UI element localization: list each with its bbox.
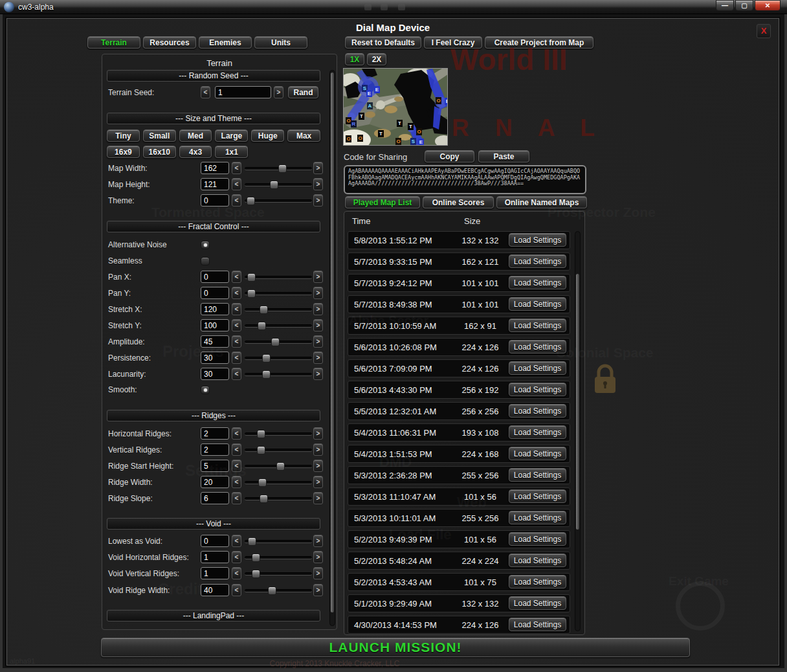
slider-track-theme[interactable] <box>245 199 312 203</box>
title-bar[interactable]: cw3-alpha — ▢ ✕ <box>0 0 787 14</box>
slider-track-void-horizontal-ridges[interactable] <box>245 556 312 559</box>
slider-handle-horizontal-ridges[interactable] <box>257 430 265 438</box>
dialog-close-button[interactable]: X <box>757 24 771 38</box>
value-input-void-horizontal-ridges[interactable] <box>201 551 229 563</box>
increment-button-void-ridge-width[interactable]: > <box>313 584 323 596</box>
preset-button-16x9[interactable]: 16x9 <box>107 146 140 158</box>
slider-track-lacunarity[interactable] <box>245 373 312 376</box>
launch-mission-button[interactable]: LAUNCH MISSION! <box>101 638 690 657</box>
value-input-lacunarity[interactable] <box>201 368 229 380</box>
list-tab-online-named-maps[interactable]: Online Named Maps <box>496 196 587 208</box>
load-settings-button[interactable]: Load Settings <box>509 254 566 268</box>
preset-button-small[interactable]: Small <box>143 129 176 142</box>
slider-handle-map-width[interactable] <box>278 164 287 173</box>
zoom-2x[interactable]: 2X <box>367 53 386 65</box>
value-input-persistence[interactable] <box>201 352 229 364</box>
preset-button-max[interactable]: Max <box>287 129 320 142</box>
load-settings-button[interactable]: Load Settings <box>509 554 566 567</box>
load-settings-button[interactable]: Load Settings <box>509 575 566 588</box>
value-input-pan-x[interactable] <box>201 271 229 283</box>
tab-units[interactable]: Units <box>254 36 307 49</box>
value-input-stretch-x[interactable] <box>201 303 229 315</box>
load-settings-button[interactable]: Load Settings <box>509 425 566 439</box>
seed-increment-button[interactable]: > <box>274 86 283 98</box>
slider-track-vertical-ridges[interactable] <box>245 449 312 452</box>
value-input-horizontal-ridges[interactable] <box>201 427 229 440</box>
decrement-button-lacunarity[interactable]: < <box>232 368 241 380</box>
preset-button-tiny[interactable]: Tiny <box>107 129 140 142</box>
increment-button-ridge-start-height[interactable]: > <box>313 460 323 472</box>
preset-button-1x1[interactable]: 1x1 <box>215 146 248 158</box>
decrement-button-void-vertical-ridges[interactable]: < <box>232 567 241 579</box>
load-settings-button[interactable]: Load Settings <box>509 618 566 631</box>
decrement-button-pan-y[interactable]: < <box>232 287 241 299</box>
value-input-void-ridge-width[interactable] <box>201 584 229 596</box>
rand-button[interactable]: Rand <box>288 86 318 98</box>
slider-handle-lacunarity[interactable] <box>262 370 271 379</box>
load-settings-button[interactable]: Load Settings <box>509 319 566 332</box>
seed-input[interactable] <box>215 86 271 98</box>
value-input-stretch-y[interactable] <box>201 319 229 331</box>
slider-handle-void-ridge-width[interactable] <box>268 587 276 595</box>
preset-button-16x10[interactable]: 16x10 <box>143 146 176 158</box>
value-input-ridge-slope[interactable] <box>201 492 229 504</box>
map-list-scrollbar[interactable] <box>575 231 581 631</box>
slider-handle-ridge-start-height[interactable] <box>276 462 285 471</box>
decrement-button-ridge-slope[interactable]: < <box>232 492 241 504</box>
share-code-box[interactable]: AgABAAAAAQAAAAEAAACiAHkAAPEAyABaPDwEEBCg… <box>344 165 586 194</box>
slider-track-ridge-start-height[interactable] <box>245 465 312 468</box>
load-settings-button[interactable]: Load Settings <box>509 276 566 289</box>
slider-handle-vertical-ridges[interactable] <box>257 446 265 454</box>
slider-track-ridge-width[interactable] <box>245 481 312 484</box>
minimize-button[interactable]: — <box>716 0 734 11</box>
slider-handle-pan-x[interactable] <box>247 273 256 282</box>
terrain-scrollbar-thumb[interactable] <box>331 73 334 612</box>
value-input-ridge-start-height[interactable] <box>201 460 229 472</box>
increment-button-void-vertical-ridges[interactable]: > <box>313 567 323 579</box>
increment-button-theme[interactable]: > <box>313 194 323 207</box>
load-settings-button[interactable]: Load Settings <box>509 468 566 482</box>
load-settings-button[interactable]: Load Settings <box>509 404 566 418</box>
action-reset-to-defaults[interactable]: Reset to Defaults <box>345 36 421 49</box>
value-input-map-height[interactable] <box>201 178 229 190</box>
slider-handle-ridge-width[interactable] <box>258 478 267 487</box>
maximize-button[interactable]: ▢ <box>735 0 753 11</box>
checkbox-smooth[interactable] <box>201 386 210 394</box>
value-input-ridge-width[interactable] <box>201 476 229 488</box>
load-settings-button[interactable]: Load Settings <box>509 340 566 353</box>
increment-button-lowest-as-void[interactable]: > <box>313 535 323 547</box>
load-settings-button[interactable]: Load Settings <box>509 297 566 311</box>
slider-track-pan-x[interactable] <box>245 276 312 279</box>
preset-button-large[interactable]: Large <box>215 129 248 142</box>
slider-track-map-height[interactable] <box>245 183 312 186</box>
increment-button-map-height[interactable]: > <box>313 178 323 190</box>
value-input-amplitude[interactable] <box>201 335 229 348</box>
decrement-button-horizontal-ridges[interactable]: < <box>232 427 241 440</box>
slider-track-void-ridge-width[interactable] <box>245 589 312 592</box>
slider-handle-stretch-x[interactable] <box>260 306 268 314</box>
decrement-button-map-width[interactable]: < <box>232 162 241 174</box>
slider-handle-void-vertical-ridges[interactable] <box>252 570 260 578</box>
increment-button-stretch-x[interactable]: > <box>313 303 323 315</box>
slider-handle-persistence[interactable] <box>262 354 271 363</box>
decrement-button-ridge-start-height[interactable]: < <box>232 460 241 472</box>
slider-track-pan-y[interactable] <box>245 292 312 295</box>
action-i-feel-crazy[interactable]: I Feel Crazy <box>424 36 482 49</box>
checkbox-alternative-noise[interactable] <box>201 241 210 249</box>
load-settings-button[interactable]: Load Settings <box>509 532 566 546</box>
tab-enemies[interactable]: Enemies <box>199 36 252 49</box>
copy-button[interactable]: Copy <box>425 150 474 162</box>
value-input-lowest-as-void[interactable] <box>201 535 229 547</box>
slider-handle-map-height[interactable] <box>270 181 278 189</box>
value-input-theme[interactable] <box>201 194 229 207</box>
slider-handle-lowest-as-void[interactable] <box>248 537 256 546</box>
slider-handle-ridge-slope[interactable] <box>260 495 268 503</box>
zoom-1x[interactable]: 1X <box>345 53 364 65</box>
decrement-button-pan-x[interactable]: < <box>232 271 241 283</box>
preset-button-huge[interactable]: Huge <box>251 129 284 142</box>
decrement-button-theme[interactable]: < <box>232 194 241 207</box>
decrement-button-map-height[interactable]: < <box>232 178 241 190</box>
slider-track-map-width[interactable] <box>245 167 312 170</box>
terrain-panel-scrollbar[interactable] <box>329 70 335 626</box>
increment-button-ridge-width[interactable]: > <box>313 476 323 488</box>
